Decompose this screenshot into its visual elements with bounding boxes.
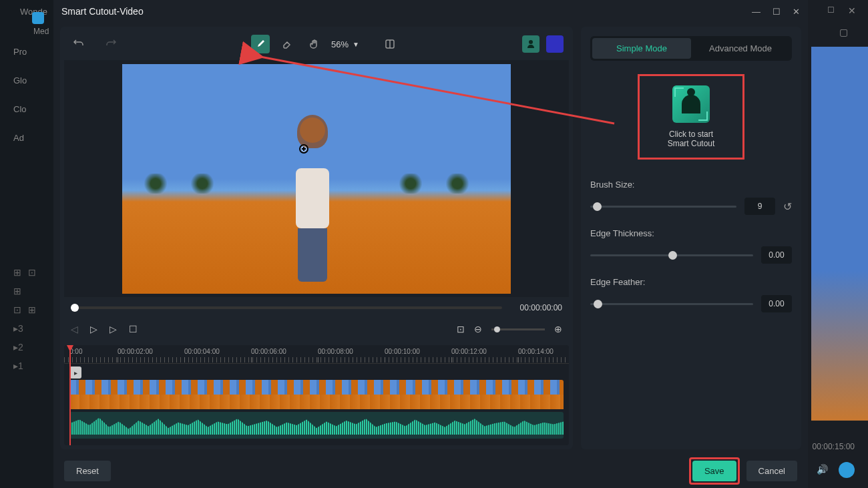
close-icon[interactable]: ✕ — [793, 7, 800, 17]
bg-close-icon[interactable]: ✕ — [848, 5, 856, 16]
eraser-tool-icon[interactable] — [278, 35, 296, 53]
preview-scrubber[interactable] — [71, 306, 502, 309]
timeline-tick: 00:00:12:00 — [451, 348, 487, 355]
bg-track-icon[interactable]: ▸2 — [13, 342, 23, 352]
edge-thickness-slider[interactable] — [590, 254, 753, 256]
redo-icon[interactable] — [101, 35, 120, 53]
timeline-tick: 00:00:10:00 — [385, 348, 420, 355]
bg-track-icon[interactable]: ▸1 — [13, 360, 23, 371]
zoom-in-icon[interactable]: ⊕ — [554, 324, 562, 334]
svg-point-1 — [529, 40, 533, 44]
undo-icon[interactable] — [69, 35, 88, 53]
brush-size-value[interactable]: 9 — [744, 198, 775, 215]
reset-icon[interactable]: ↺ — [783, 200, 792, 213]
bg-nav-item[interactable]: Pro — [13, 47, 27, 57]
save-button[interactable]: Save — [692, 461, 736, 481]
edge-feather-label: Edge Feather: — [590, 277, 792, 287]
tab-advanced-mode[interactable]: Advanced Mode — [691, 38, 790, 59]
edge-thickness-label: Edge Thickness: — [590, 228, 792, 238]
bg-nav-item[interactable]: Ad — [13, 133, 27, 143]
smart-cutout-modal: Smart Cutout-Video — ☐ ✕ 56%▼ — [53, 0, 808, 488]
brush-size-slider[interactable] — [590, 206, 736, 208]
bg-nav-item[interactable]: Clo — [13, 104, 27, 114]
bg-tool-icon[interactable]: ⊞ — [28, 304, 36, 315]
cutout-label: Click to start Smart Cutout — [660, 130, 722, 148]
timeline-tick: 00:00:02:00 — [118, 348, 153, 355]
brush-tool-icon[interactable] — [251, 35, 270, 53]
color-swatch[interactable] — [546, 35, 564, 53]
bg-media-label: Med — [33, 27, 49, 36]
bg-tool-icon[interactable]: ⊡ — [13, 304, 21, 315]
timeline-tick: 00:00:04:00 — [184, 348, 220, 355]
bg-tool-icon[interactable]: ⊡ — [28, 267, 36, 278]
bg-volume-icon[interactable]: 🔊 — [817, 464, 828, 475]
smart-cutout-icon — [672, 85, 710, 123]
timeline-tick: 00:00:06:00 — [251, 348, 286, 355]
edge-feather-value[interactable]: 0.00 — [761, 295, 792, 312]
play-icon[interactable]: ▷ — [110, 324, 117, 334]
zoom-slider[interactable] — [491, 328, 545, 330]
person-mask-icon[interactable] — [522, 35, 539, 53]
zoom-dropdown[interactable]: 56%▼ — [331, 39, 359, 49]
preview-viewport[interactable] — [64, 60, 569, 297]
brush-size-label: Brush Size: — [590, 180, 792, 190]
bg-brand-logo-icon — [839, 462, 855, 478]
video-track[interactable] — [69, 380, 564, 409]
edge-feather-slider[interactable] — [590, 303, 753, 305]
bg-track-icon[interactable]: ▸3 — [13, 323, 23, 334]
bg-tool-icon[interactable]: ⊞ — [13, 286, 21, 296]
timeline-tick: 00:00:14:00 — [518, 348, 554, 355]
tab-simple-mode[interactable]: Simple Mode — [592, 38, 691, 59]
edge-thickness-value[interactable]: 0.00 — [761, 246, 792, 264]
next-frame-icon[interactable]: ▷ — [90, 324, 97, 334]
timeline-tick: 00:00:08:00 — [318, 348, 353, 355]
maximize-icon[interactable]: ☐ — [773, 7, 781, 17]
bg-logo-icon — [32, 12, 44, 24]
cancel-button[interactable]: Cancel — [746, 461, 797, 481]
brush-cursor-icon — [299, 144, 308, 154]
audio-track[interactable] — [69, 412, 564, 439]
zoom-out-icon[interactable]: ⊖ — [474, 324, 482, 334]
bg-tool-icon[interactable]: ⊞ — [13, 267, 21, 278]
stop-icon[interactable]: ☐ — [129, 324, 138, 334]
bg-timecode: 00:00:15:00 — [813, 442, 855, 451]
timeline-toggle-icon[interactable]: ▸ — [69, 367, 81, 379]
compare-icon[interactable] — [381, 35, 399, 53]
modal-title: Smart Cutout-Video — [61, 6, 144, 17]
prev-frame-icon[interactable]: ◁ — [71, 324, 78, 334]
bg-nav-item[interactable]: Glo — [13, 75, 27, 85]
playhead[interactable] — [69, 345, 71, 445]
timeline[interactable]: 0:00 00:00:02:00 00:00:04:00 00:00:06:00… — [64, 345, 569, 445]
hand-tool-icon[interactable] — [304, 35, 323, 53]
reset-button[interactable]: Reset — [64, 461, 111, 481]
bg-image-icon[interactable]: ▢ — [839, 27, 848, 37]
bg-preview-strip — [811, 47, 868, 421]
chevron-down-icon: ▼ — [353, 41, 359, 48]
crop-icon[interactable]: ⊡ — [457, 324, 465, 334]
bg-maximize-icon[interactable]: ☐ — [827, 5, 835, 15]
start-cutout-button[interactable]: Click to start Smart Cutout — [638, 74, 744, 160]
timecode-display: 00:00:00:00 — [509, 303, 562, 312]
minimize-icon[interactable]: — — [752, 7, 761, 17]
